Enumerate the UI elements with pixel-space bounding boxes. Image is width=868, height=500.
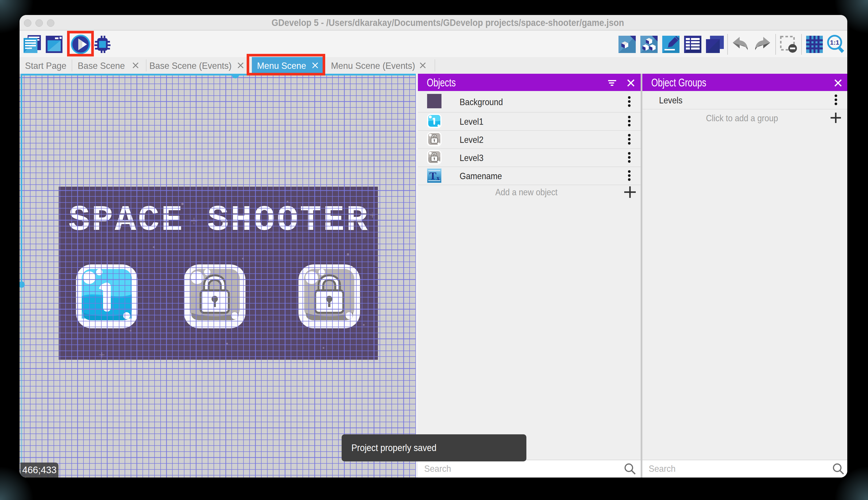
svg-text:1:1: 1:1 [830,39,839,46]
svg-text:T: T [430,170,436,182]
svg-text:x: x [437,175,439,181]
